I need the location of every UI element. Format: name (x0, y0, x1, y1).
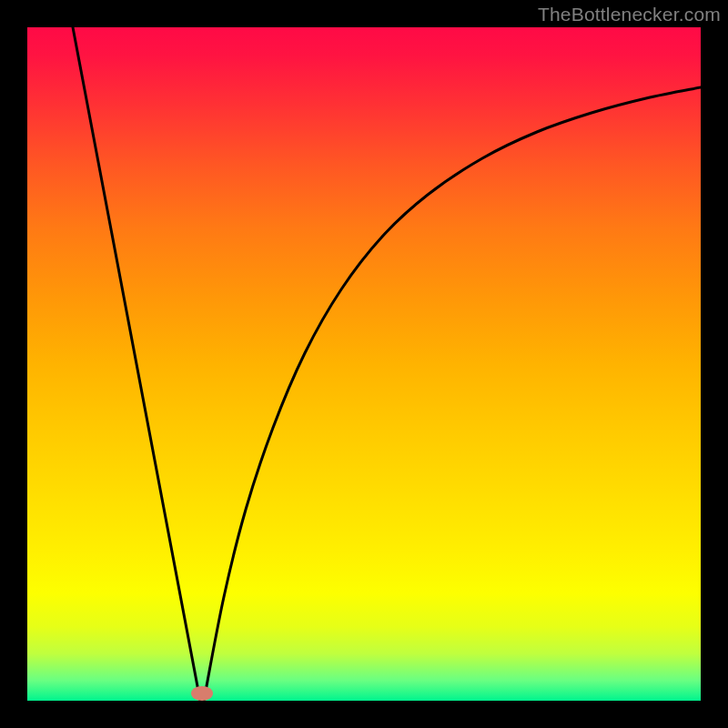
bottleneck-curve (27, 27, 701, 701)
plot-area (27, 27, 701, 701)
chart-frame: TheBottlenecker.com (0, 0, 728, 728)
attribution-label: TheBottlenecker.com (538, 4, 721, 25)
minimum-marker (191, 686, 213, 701)
